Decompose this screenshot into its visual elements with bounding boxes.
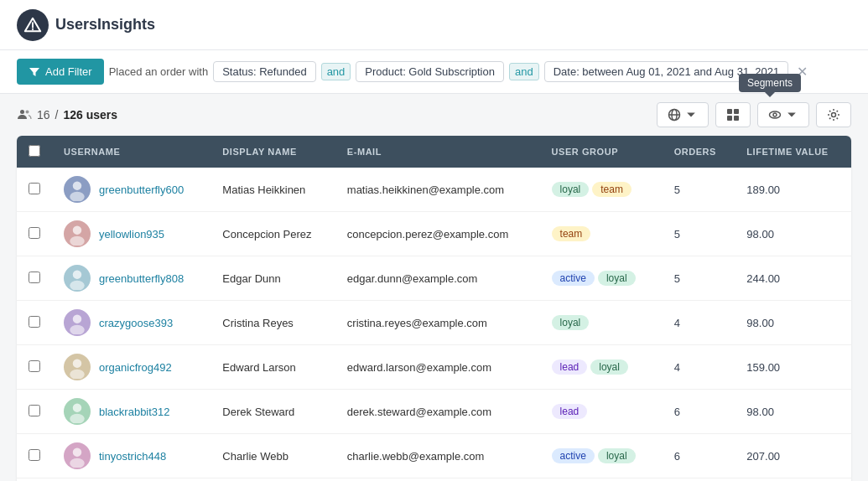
svg-point-15 [73, 181, 82, 190]
row-checkbox[interactable] [29, 272, 40, 283]
placed-order-text: Placed an order with [109, 65, 209, 78]
email: cristina.reyes@example.com [335, 301, 540, 345]
col-email[interactable]: E-MAIL [335, 136, 540, 168]
username-text[interactable]: organicfrog492 [99, 361, 172, 374]
col-user-group[interactable]: USER GROUP [540, 136, 663, 168]
svg-point-2 [32, 28, 34, 29]
eye-icon [768, 108, 782, 122]
select-all-checkbox[interactable] [29, 145, 40, 157]
tag-loyal[interactable]: loyal [552, 315, 590, 330]
orders-value: 6 [663, 390, 735, 434]
svg-rect-10 [727, 116, 732, 121]
orders-value: 7 [663, 478, 735, 482]
user-group-tags: loyalteam [540, 168, 663, 212]
filter-and-2: and [509, 63, 539, 80]
table-row: blackrabbit312 Derek Stewardderek.stewar… [17, 390, 851, 434]
table-header-row: USERNAME DISPLAY NAME E-MAIL USER GROUP … [17, 136, 851, 168]
display-name: Matias Heikkinen [211, 168, 335, 212]
logo-area: UsersInsights [17, 9, 155, 41]
avatar [64, 354, 91, 380]
users-table: USERNAME DISPLAY NAME E-MAIL USER GROUP … [17, 136, 851, 481]
globe-button[interactable] [657, 102, 709, 127]
username-text[interactable]: blackrabbit312 [99, 406, 170, 418]
svg-point-21 [73, 314, 82, 323]
tag-loyal[interactable]: loyal [552, 182, 590, 197]
row-checkbox[interactable] [29, 405, 40, 416]
table-row: organicfrog492 Edward Larsonedward.larso… [17, 345, 851, 390]
tag-team[interactable]: team [592, 182, 632, 197]
user-group-tags: leadloyal [540, 345, 663, 390]
user-group-tags: activeloyal [540, 256, 663, 301]
add-filter-button[interactable]: Add Filter [17, 59, 104, 85]
display-name: Randy Mendoza [211, 478, 335, 482]
username-text[interactable]: greenbutterfly600 [99, 184, 184, 196]
settings-button[interactable] [816, 102, 851, 127]
lifetime-value: 98.00 [735, 212, 851, 256]
orders-value: 6 [663, 434, 735, 478]
email: derek.steward@example.com [335, 390, 540, 434]
tag-lead[interactable]: lead [552, 359, 588, 375]
lifetime-value: 214.00 [735, 478, 851, 482]
col-lifetime-value[interactable]: LIFETIME VALUE [735, 136, 851, 168]
tag-active[interactable]: active [552, 448, 595, 463]
app-name: UsersInsights [55, 16, 155, 34]
chevron-down-icon [684, 108, 698, 122]
svg-point-25 [73, 403, 82, 412]
display-name: Concepcion Perez [211, 212, 335, 256]
avatar [64, 176, 91, 203]
row-checkbox[interactable] [29, 316, 40, 328]
display-name: Edward Larson [211, 345, 335, 390]
filter-chip-product[interactable]: Product: Gold Subscription [356, 61, 504, 82]
username-cell: yellowlion935 [64, 220, 199, 247]
col-display-name[interactable]: DISPLAY NAME [211, 136, 335, 168]
svg-rect-9 [734, 109, 739, 114]
avatar [64, 442, 91, 469]
col-orders[interactable]: ORDERS [663, 136, 735, 168]
tag-loyal[interactable]: loyal [598, 271, 636, 286]
sub-toolbar: 16 / 126 users Segments [0, 94, 868, 136]
email: edward.larson@example.com [335, 345, 540, 390]
orders-value: 4 [663, 345, 735, 390]
email: charlie.webb@example.com [335, 434, 540, 478]
row-checkbox[interactable] [29, 360, 40, 372]
col-username[interactable]: USERNAME [52, 136, 211, 168]
lifetime-value: 244.00 [735, 256, 851, 301]
settings-icon [827, 108, 840, 122]
svg-point-27 [73, 447, 82, 457]
row-checkbox[interactable] [29, 227, 40, 239]
svg-point-22 [70, 325, 85, 334]
display-name: Edgar Dunn [211, 256, 335, 301]
username-cell: tinyostrich448 [64, 442, 199, 469]
avatar [64, 265, 91, 292]
email: randy.mendoza@example.com [335, 478, 540, 482]
username-cell: organicfrog492 [64, 354, 199, 380]
table-container: USERNAME DISPLAY NAME E-MAIL USER GROUP … [0, 136, 868, 481]
row-checkbox[interactable] [29, 183, 40, 194]
filter-icon [29, 66, 40, 78]
eye-button[interactable] [757, 102, 809, 127]
grid-button[interactable] [715, 102, 751, 127]
tag-active[interactable]: active [552, 271, 595, 286]
svg-point-14 [832, 113, 836, 117]
username-text[interactable]: greenbutterfly808 [99, 272, 184, 285]
username-cell: greenbutterfly808 [64, 265, 199, 292]
lifetime-value: 98.00 [735, 301, 851, 345]
username-text[interactable]: tinyostrich448 [99, 450, 166, 463]
row-checkbox[interactable] [29, 449, 40, 461]
segments-tooltip: Segments [739, 74, 801, 92]
username-text[interactable]: yellowlion935 [99, 228, 164, 240]
filter-and-1: and [321, 63, 351, 80]
tag-lead[interactable]: lead [552, 404, 588, 419]
username-text[interactable]: crazygoose393 [99, 317, 173, 329]
filter-chip-status[interactable]: Status: Refunded [213, 61, 315, 82]
orders-value: 5 [663, 168, 735, 212]
lifetime-value: 207.00 [735, 434, 851, 478]
tag-loyal[interactable]: loyal [598, 448, 636, 463]
user-group-tags: team [540, 212, 663, 256]
svg-point-16 [70, 192, 85, 201]
svg-point-19 [73, 270, 82, 279]
tag-team[interactable]: team [552, 226, 591, 241]
email: matias.heikkinen@example.com [335, 168, 540, 212]
tag-loyal[interactable]: loyal [590, 359, 628, 375]
filter-bar: Add Filter Placed an order with Status: … [0, 50, 868, 94]
